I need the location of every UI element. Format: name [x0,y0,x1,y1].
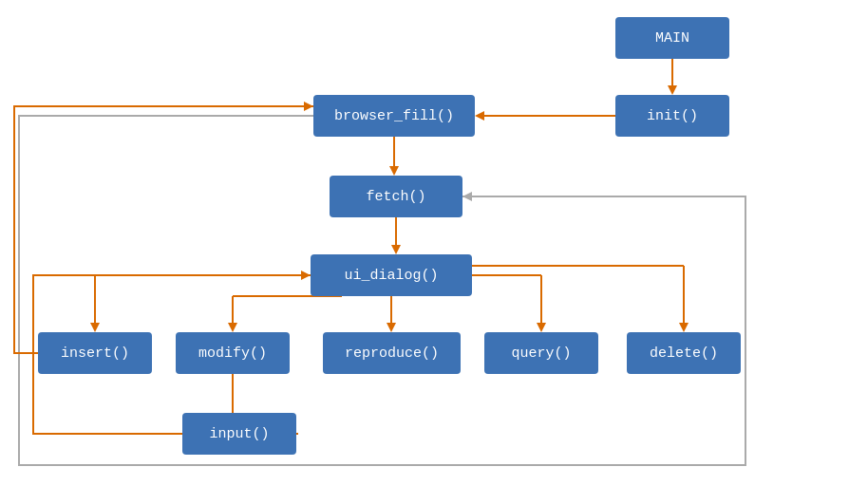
arrow-fetch-uidialog-head [391,245,401,254]
node-delete: delete() [627,332,741,374]
arrow-main-init-head [668,85,677,95]
arrow-uidialog-delete-head [679,323,689,332]
arrow-uidialog-modify-head [228,323,237,332]
diagram: MAIN init() browser_fill() fetch() ui_di… [0,0,849,504]
node-reproduce: reproduce() [323,332,461,374]
node-main: MAIN [615,17,729,59]
orange-loop-uid-head [301,271,311,280]
node-modify: modify() [176,332,290,374]
node-query: query() [484,332,598,374]
node-input: input() [182,413,296,455]
arrow-browserfill-fetch-head [389,166,399,176]
arrow-uidialog-insert-head [90,323,100,332]
node-browser-fill: browser_fill() [313,95,475,137]
arrow-uidialog-reproduce-head [387,323,396,332]
node-fetch: fetch() [330,176,462,217]
orange-loop-bf-head [304,102,313,111]
node-init: init() [615,95,729,137]
arrow-uidialog-query-head [537,323,546,332]
arrows-svg [0,0,849,504]
orange-loop-browser-fill [14,106,313,353]
gray-arrow-fetch-head [462,192,472,201]
node-ui-dialog: ui_dialog() [311,254,472,296]
node-insert: insert() [38,332,152,374]
arrow-init-browserfill-head [475,111,484,121]
